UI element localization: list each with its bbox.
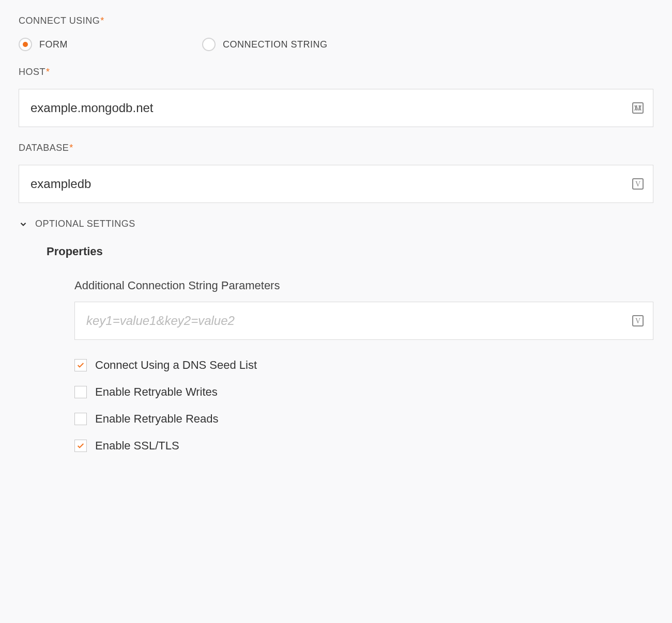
database-input-wrapper: V	[19, 165, 653, 203]
optional-settings-label: OPTIONAL SETTINGS	[35, 219, 135, 229]
radio-form-option[interactable]: FORM	[19, 38, 68, 51]
optional-settings-toggle[interactable]: OPTIONAL SETTINGS	[19, 219, 653, 229]
svg-text:V: V	[635, 104, 640, 112]
properties-block: Additional Connection String Parameters …	[74, 279, 653, 453]
check-icon	[77, 442, 85, 450]
host-label-text: HOST	[19, 67, 45, 77]
database-label: DATABASE*	[19, 143, 653, 153]
radio-connection-string-circle	[202, 38, 216, 51]
required-asterisk: *	[69, 143, 73, 153]
radio-form-label: FORM	[39, 39, 68, 50]
additional-params-input[interactable]	[74, 302, 653, 340]
checkbox-retryable-reads-label: Enable Retryable Reads	[95, 412, 218, 426]
check-icon	[77, 361, 85, 369]
svg-text:V: V	[635, 317, 640, 325]
variable-icon[interactable]: V	[632, 178, 644, 190]
checkbox-retryable-writes-box	[74, 386, 87, 398]
additional-params-input-wrapper: V	[74, 302, 653, 340]
checkbox-retryable-writes[interactable]: Enable Retryable Writes	[74, 385, 653, 399]
radio-connection-string-label: CONNECTION STRING	[223, 39, 328, 50]
connect-using-label-text: CONNECT USING	[19, 15, 100, 26]
host-input-wrapper: V	[19, 89, 653, 127]
variable-icon[interactable]: V	[632, 102, 644, 114]
database-input[interactable]	[19, 165, 653, 203]
variable-icon[interactable]: V	[632, 315, 644, 327]
checkbox-retryable-reads-box	[74, 413, 87, 425]
properties-heading: Properties	[47, 245, 653, 258]
chevron-down-icon	[19, 220, 28, 229]
connect-using-radio-group: FORM CONNECTION STRING	[19, 38, 653, 51]
connect-using-label: CONNECT USING*	[19, 15, 653, 26]
database-label-text: DATABASE	[19, 143, 69, 153]
radio-form-circle	[19, 38, 32, 51]
additional-params-label: Additional Connection String Parameters	[74, 279, 653, 292]
checkbox-dns-seed-list-box	[74, 359, 87, 371]
host-input[interactable]	[19, 89, 653, 127]
required-asterisk: *	[46, 67, 50, 77]
host-label: HOST*	[19, 67, 653, 77]
checkbox-ssl-tls-box	[74, 440, 87, 452]
checkbox-retryable-writes-label: Enable Retryable Writes	[95, 385, 218, 399]
checkbox-dns-seed-list[interactable]: Connect Using a DNS Seed List	[74, 359, 653, 372]
checkbox-retryable-reads[interactable]: Enable Retryable Reads	[74, 412, 653, 426]
checkbox-dns-seed-list-label: Connect Using a DNS Seed List	[95, 359, 257, 372]
required-asterisk: *	[100, 15, 104, 26]
database-section: DATABASE* V	[19, 143, 653, 203]
checkbox-ssl-tls[interactable]: Enable SSL/TLS	[74, 439, 653, 453]
svg-text:V: V	[635, 180, 640, 188]
radio-connection-string-option[interactable]: CONNECTION STRING	[202, 38, 328, 51]
checkbox-ssl-tls-label: Enable SSL/TLS	[95, 439, 179, 453]
connect-using-section: CONNECT USING* FORM CONNECTION STRING	[19, 15, 653, 51]
host-section: HOST* V	[19, 67, 653, 127]
